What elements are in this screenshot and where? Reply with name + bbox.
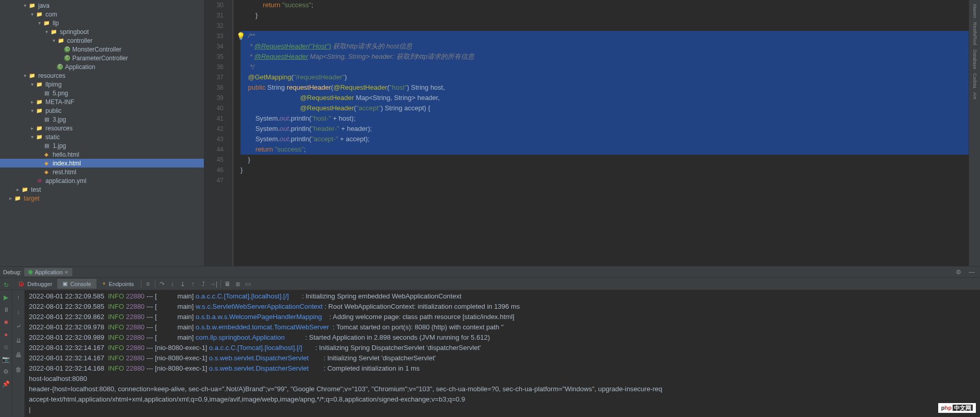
tree-item-hello-html[interactable]: ◆hello.html [0, 150, 204, 159]
line-number[interactable]: 33 [204, 31, 223, 41]
chevron-icon[interactable]: ▾ [51, 38, 57, 43]
rail-restfultool[interactable]: RestfulTool [972, 20, 977, 47]
tree-item-static[interactable]: ▾📁static [0, 132, 204, 141]
layout-icon[interactable]: ▭ [243, 279, 253, 289]
chevron-icon[interactable]: ▾ [43, 29, 50, 35]
tree-item-com[interactable]: ▾📁com [0, 10, 204, 19]
code-line[interactable]: /** [240, 31, 969, 41]
intention-bulb-icon[interactable]: 💡 [236, 31, 245, 41]
tree-item-1-jpg[interactable]: ▤1.jpg [0, 141, 204, 150]
rail-codota[interactable]: Codota [972, 71, 977, 90]
run-config-tab[interactable]: Application × [24, 268, 72, 276]
pause-icon[interactable]: ⏸ [1, 305, 11, 315]
code-line[interactable] [240, 21, 969, 31]
tree-item-target[interactable]: ▸📁target [0, 194, 204, 203]
down-icon[interactable]: ↓ [13, 307, 24, 317]
evaluate-icon[interactable]: 🖩 [222, 279, 233, 289]
code-line[interactable]: } [240, 155, 969, 165]
code-line[interactable]: * @RequestHeader("Host") 获取http请求头的 host… [240, 41, 969, 52]
tree-item-test[interactable]: ▸📁test [0, 185, 204, 194]
tree-item-controller[interactable]: ▾📁controller [0, 36, 204, 45]
tree-item-springboot[interactable]: ▾📁springboot [0, 27, 204, 36]
line-number[interactable]: 31 [204, 10, 223, 21]
trace-icon[interactable]: ≣ [233, 279, 243, 289]
editor[interactable]: 303132333435363738394041424344454647 💡 r… [204, 0, 969, 266]
line-number[interactable]: 34 [204, 41, 223, 52]
tree-item-meta-inf[interactable]: ▸📁META-INF [0, 97, 204, 106]
chevron-icon[interactable]: ▾ [29, 11, 35, 17]
console-output[interactable]: 2022-08-01 22:32:09.585 INFO 22880 --- [… [25, 290, 980, 417]
tree-item-index-html[interactable]: ◆index.html [0, 159, 204, 168]
line-number[interactable]: 40 [204, 103, 223, 113]
step-into-icon[interactable]: ↓ [167, 279, 178, 289]
project-tree[interactable]: ▾📁java▾📁com▾📁llp▾📁springboot▾📁controller… [0, 0, 204, 266]
code-area[interactable]: 💡 return "success"; } /** * @RequestHead… [233, 0, 969, 266]
tree-item-rest-html[interactable]: ◆rest.html [0, 168, 204, 176]
close-icon[interactable]: × [65, 269, 68, 275]
tree-item-public[interactable]: ▾📁public [0, 106, 204, 115]
rail-ant[interactable]: Ant [972, 90, 977, 102]
scroll-end-icon[interactable]: ⇊ [13, 336, 24, 346]
tree-item-parametercontroller[interactable]: ⒸParameterController [0, 54, 204, 62]
chevron-icon[interactable]: ▾ [29, 81, 35, 87]
force-step-into-icon[interactable]: ⤓ [178, 279, 188, 289]
chevron-icon[interactable]: ▾ [22, 73, 28, 78]
tree-item-application[interactable]: ⒸApplication [0, 62, 204, 71]
chevron-icon[interactable]: ▸ [29, 99, 35, 105]
code-line[interactable]: @RequestHeader Map<String, String> heade… [240, 93, 969, 103]
code-line[interactable]: return "success"; [240, 0, 969, 10]
line-number[interactable]: 47 [204, 175, 223, 186]
code-line[interactable]: } [240, 165, 969, 175]
line-number[interactable]: 36 [204, 62, 223, 72]
tab-endpoints[interactable]: ⚬ Endpoints [97, 279, 139, 289]
tree-item-java[interactable]: ▾📁java [0, 1, 204, 10]
line-number[interactable]: 44 [204, 144, 223, 155]
line-number[interactable]: 42 [204, 124, 223, 134]
code-line[interactable]: } [240, 10, 969, 21]
pin-icon[interactable]: 📌 [1, 379, 11, 389]
line-number[interactable]: 38 [204, 82, 223, 93]
step-over-icon[interactable]: ↷ [157, 279, 167, 289]
line-number[interactable]: 39 [204, 93, 223, 103]
chevron-icon[interactable]: ▾ [22, 3, 28, 8]
tree-item-resources[interactable]: ▾📁resources [0, 71, 204, 80]
tab-debugger[interactable]: 🐞 Debugger [12, 279, 57, 289]
drop-frame-icon[interactable]: ⤴ [198, 279, 208, 289]
tree-item-3-jpg[interactable]: ▤3.jpg [0, 115, 204, 124]
line-number[interactable]: 32 [204, 21, 223, 31]
code-line[interactable]: System.out.println("header-" + header); [240, 124, 969, 134]
code-line[interactable]: public String requestHeader(@RequestHead… [240, 82, 969, 93]
rerun-icon[interactable]: ↻ [1, 280, 11, 290]
line-number[interactable]: 46 [204, 165, 223, 175]
wrap-icon[interactable]: ⤶ [13, 321, 24, 331]
code-line[interactable]: * @RequestHeader Map<String, String> hea… [240, 52, 969, 62]
threads-icon[interactable]: ≡ [143, 279, 153, 289]
code-line[interactable]: */ [240, 62, 969, 72]
step-out-icon[interactable]: ↑ [188, 279, 198, 289]
tab-console[interactable]: ▣ Console [57, 279, 96, 289]
chevron-icon[interactable]: ▸ [29, 125, 35, 131]
code-line[interactable]: @GetMapping("/requestHeader") [240, 72, 969, 82]
line-number[interactable]: 45 [204, 155, 223, 165]
chevron-icon[interactable]: ▾ [36, 20, 42, 26]
camera-icon[interactable]: 📷 [1, 354, 11, 364]
code-line[interactable]: System.out.println("accept-" + accept); [240, 134, 969, 144]
stop-icon[interactable]: ■ [1, 317, 11, 327]
code-line[interactable] [240, 175, 969, 186]
tree-item-resources[interactable]: ▸📁resources [0, 124, 204, 132]
line-number[interactable]: 30 [204, 0, 223, 10]
tree-item-llp[interactable]: ▾📁llp [0, 19, 204, 27]
rail-database[interactable]: Database [972, 47, 977, 72]
chevron-icon[interactable]: ▾ [29, 108, 35, 113]
tree-item-5-png[interactable]: ▤5.png [0, 89, 204, 97]
tree-item-monstercontroller[interactable]: ⒸMonsterController [0, 45, 204, 54]
chevron-icon[interactable]: ▾ [29, 134, 35, 140]
clear-icon[interactable]: 🗑 [13, 364, 24, 375]
line-number[interactable]: 37 [204, 72, 223, 82]
run-to-cursor-icon[interactable]: →| [208, 279, 219, 289]
code-line[interactable]: System.out.println("host-" + host); [240, 113, 969, 124]
line-number[interactable]: 41 [204, 113, 223, 124]
tree-item-llpimg[interactable]: ▾📁llpimg [0, 80, 204, 89]
line-number[interactable]: 43 [204, 134, 223, 144]
code-line[interactable]: return "success"; [240, 144, 969, 155]
